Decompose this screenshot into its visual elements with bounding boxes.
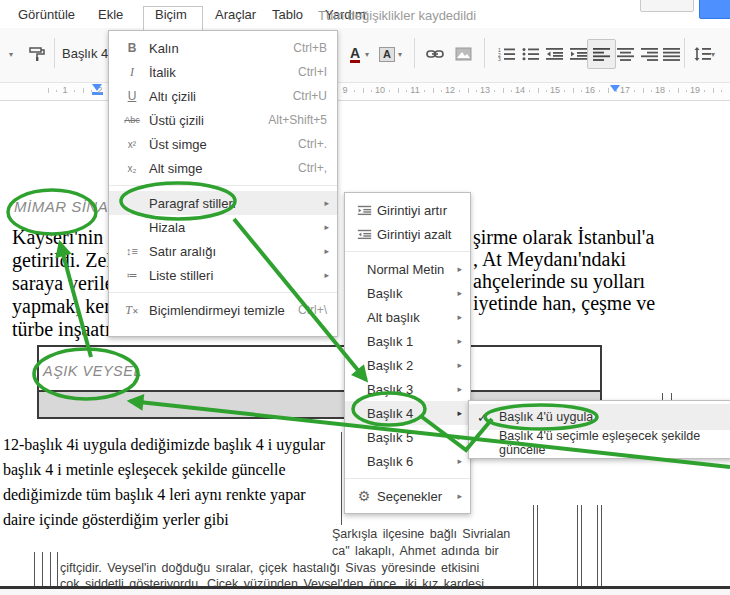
increase-indent-icon[interactable] xyxy=(567,43,589,65)
doc-heading-mimar-sinan: MİMAR SİNAN xyxy=(14,198,120,215)
align-left-icon[interactable] xyxy=(590,43,612,65)
menu-item-bicimlendirmeyi-temizle[interactable]: T✕ Biçimlendirmeyi temizle Ctrl+\ xyxy=(109,298,337,322)
menu-item-hizala[interactable]: Hizala ▸ xyxy=(109,215,337,239)
ruler-tick xyxy=(704,90,705,92)
submenu-arrow-icon: ▸ xyxy=(457,312,462,322)
more-tools-caret-icon[interactable]: ▾ xyxy=(0,43,22,65)
menu-item-label: Alt başlık xyxy=(367,310,420,325)
justify-icon[interactable] xyxy=(660,43,682,65)
doc-paragraph-line: şirme olarak İstanbul'a xyxy=(473,226,654,249)
ruler-tick xyxy=(424,90,425,92)
paint-format-icon[interactable] xyxy=(26,43,48,65)
decrease-indent-icon[interactable] xyxy=(543,43,565,65)
ruler-tick xyxy=(721,90,722,92)
menu-item-baslik-4[interactable]: Başlık 4 ▸ xyxy=(345,401,470,425)
table-border xyxy=(577,505,578,586)
ruler-tick xyxy=(503,88,504,93)
save-status: Tüm değişiklikler kaydedildi xyxy=(318,8,476,23)
ruler-tick xyxy=(643,88,644,93)
ruler-tick xyxy=(616,90,617,92)
menu-bicim[interactable]: Biçim xyxy=(155,7,187,22)
menu-item-baslik-5[interactable]: Başlık 5 ▸ xyxy=(345,425,470,449)
menu-separator xyxy=(109,185,337,186)
bulleted-list-icon[interactable] xyxy=(519,43,541,65)
menu-item-ustu-cizili[interactable]: Abc Üstü çizili Alt+Shift+5 xyxy=(109,108,337,132)
menu-item-baslik-6[interactable]: Başlık 6 ▸ xyxy=(345,449,470,473)
menu-goruntule[interactable]: Görüntüle xyxy=(18,7,75,22)
menu-shortcut: Alt+Shift+5 xyxy=(268,113,327,127)
menu-item-girintiyi-artir[interactable]: Girintiyi artır xyxy=(345,198,470,222)
menu-item-normal-metin[interactable]: Normal Metin ▸ xyxy=(345,257,470,281)
table-border xyxy=(50,552,51,586)
menu-item-alti-cizili[interactable]: U Altı çizili Ctrl+U xyxy=(109,84,337,108)
menu-item-label: Altı çizili xyxy=(149,89,196,104)
menu-ekle[interactable]: Ekle xyxy=(98,7,123,22)
ruler-number: 2 xyxy=(97,85,102,95)
menu-item-label: Başlık xyxy=(367,286,402,301)
share-button[interactable] xyxy=(699,0,730,19)
ruler-number: 9 xyxy=(342,85,347,95)
ruler-tick xyxy=(608,88,609,93)
menu-item-baslik-1[interactable]: Başlık 1 ▸ xyxy=(345,329,470,353)
ruler-tick xyxy=(354,90,355,92)
menu-item-label: Liste stilleri xyxy=(149,268,213,283)
numbered-list-icon[interactable]: 123 xyxy=(495,43,517,65)
bold-icon: B xyxy=(121,41,143,55)
menu-tablo[interactable]: Tablo xyxy=(272,7,303,22)
menu-item-paragraf-stilleri[interactable]: Paragraf stilleri ▸ xyxy=(109,191,337,215)
align-right-icon[interactable] xyxy=(638,43,660,65)
text-color-caret-icon[interactable]: ▾ xyxy=(362,43,372,65)
doc-paragraph-line: getirildi. Zel xyxy=(12,249,112,272)
menu-item-baslik4-uygula[interactable]: ✓ Başlık 4'ü uygula xyxy=(469,404,730,430)
menu-item-baslik[interactable]: Başlık ▸ xyxy=(345,281,470,305)
doc-paragraph-line: dediğimizde tüm başlık 4 leri aynı renkt… xyxy=(3,486,306,504)
menu-item-baslik-2[interactable]: Başlık 2 ▸ xyxy=(345,353,470,377)
ruler-tick xyxy=(599,90,600,92)
menu-item-ust-simge[interactable]: x² Üst simge Ctrl+. xyxy=(109,132,337,156)
menu-item-secenekler[interactable]: ⚙ Seçenekler ▸ xyxy=(345,484,470,508)
doc-paragraph-line: , At Meydanı'ndaki xyxy=(473,248,626,271)
menu-shortcut: Ctrl+. xyxy=(298,137,327,151)
doc-paragraph-line: Şarkışla ilçesine bağlı Sivrialan xyxy=(332,527,510,541)
menu-item-label: Seçenekler xyxy=(377,489,442,504)
menu-item-label: Kalın xyxy=(149,41,179,56)
menu-item-baslik-3[interactable]: Başlık 3 ▸ xyxy=(345,377,470,401)
menu-item-baslik4-guncelle[interactable]: Başlık 4'ü seçimle eşleşecek şekilde gün… xyxy=(469,430,730,456)
menu-item-italik[interactable]: I İtalik Ctrl+I xyxy=(109,60,337,84)
ruler-number: 19 xyxy=(690,85,700,95)
ruler-number: 16 xyxy=(585,85,595,95)
menu-item-alt-baslik[interactable]: Alt başlık ▸ xyxy=(345,305,470,329)
menu-shortcut: Ctrl+I xyxy=(298,65,327,79)
menu-item-girintiyi-azalt[interactable]: Girintiyi azalt xyxy=(345,222,470,246)
ruler-tick xyxy=(494,90,495,92)
menu-item-alt-simge[interactable]: x₂ Alt simge Ctrl+, xyxy=(109,156,337,180)
doc-paragraph-line: ahçelerinde su yolları xyxy=(473,270,645,293)
align-center-icon[interactable] xyxy=(614,43,636,65)
ruler-number: 13 xyxy=(480,85,490,95)
menu-araclar[interactable]: Araçlar xyxy=(215,7,256,22)
menu-item-label: Başlık 6 xyxy=(367,454,413,469)
menu-shortcut: Ctrl+\ xyxy=(298,303,327,317)
italic-icon: I xyxy=(121,65,143,80)
ruler-tick xyxy=(389,90,390,92)
comments-button[interactable] xyxy=(640,0,694,12)
insert-link-icon[interactable] xyxy=(424,43,446,65)
line-spacing-caret-icon[interactable]: ▾ xyxy=(708,43,718,65)
menu-item-satir-araligi[interactable]: ↕≡ Satır aralığı ▸ xyxy=(109,239,337,263)
menu-item-kalin[interactable]: B Kalın Ctrl+B xyxy=(109,36,337,60)
table-border xyxy=(581,505,582,586)
insert-image-icon[interactable] xyxy=(452,43,474,65)
highlight-caret-icon[interactable]: ▾ xyxy=(395,43,405,65)
menu-item-label: Girintiyi azalt xyxy=(377,227,451,242)
paragraph-style-selector[interactable]: Başlık 4 xyxy=(62,46,108,61)
menu-separator xyxy=(345,251,470,252)
doc-paragraph-line: iyetinde han, çeşme ve xyxy=(473,292,655,315)
doc-paragraph-line: saraya verile xyxy=(12,272,114,295)
right-margin-marker[interactable] xyxy=(610,85,620,92)
table-border xyxy=(533,505,534,586)
menu-item-label: Başlık 3 xyxy=(367,382,413,397)
menu-item-liste-stilleri[interactable]: ≔ Liste stilleri ▸ xyxy=(109,263,337,287)
line-spacing-icon: ↕≡ xyxy=(121,245,143,257)
table-border xyxy=(597,505,598,586)
menu-shortcut: Ctrl+B xyxy=(293,41,327,55)
